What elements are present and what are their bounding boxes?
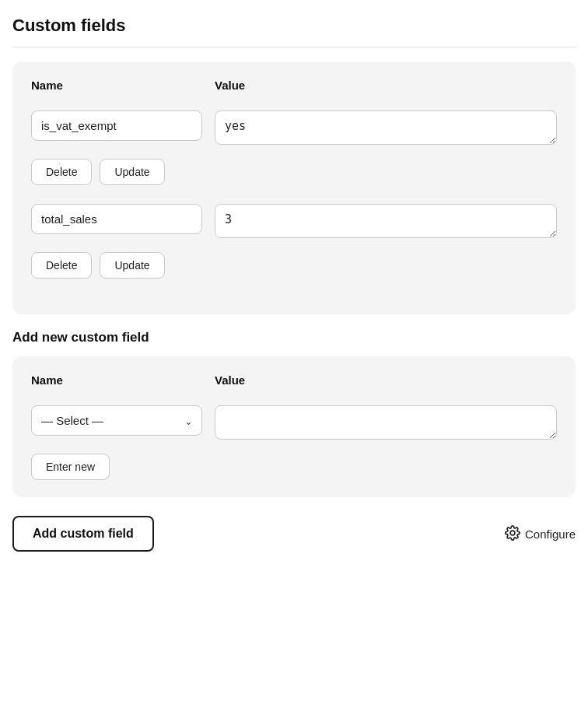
bottom-bar: Add custom field Configure <box>12 513 576 552</box>
field-2-update-button[interactable]: Update <box>100 252 164 279</box>
existing-fields-card: Name Value yes Delete Update 3 Dele <box>12 61 576 314</box>
gear-icon <box>505 525 520 543</box>
add-new-section-title: Add new custom field <box>12 330 576 345</box>
name-header-2: Name <box>31 373 202 387</box>
field-2-value-input[interactable]: 3 <box>215 204 557 238</box>
field-2-name-input[interactable] <box>31 204 202 234</box>
field-2-actions: Delete Update <box>31 252 557 279</box>
field-2-delete-button[interactable]: Delete <box>31 252 92 279</box>
name-select[interactable]: — Select — <box>31 405 202 436</box>
new-field-row: — Select — ⌄ <box>31 405 557 443</box>
name-select-wrapper: — Select — ⌄ <box>31 405 202 436</box>
field-1-update-button[interactable]: Update <box>100 159 164 185</box>
field-row-1: yes <box>31 110 557 148</box>
enter-new-actions: Enter new <box>31 454 557 480</box>
value-header-2: Value <box>215 373 557 387</box>
title-divider <box>12 47 576 47</box>
enter-new-button[interactable]: Enter new <box>31 454 110 480</box>
field-1-delete-button[interactable]: Delete <box>31 159 92 185</box>
field-1-actions: Delete Update <box>31 159 557 185</box>
configure-label: Configure <box>525 527 576 541</box>
field-1-name-input[interactable] <box>31 110 202 141</box>
add-custom-field-button[interactable]: Add custom field <box>12 516 154 552</box>
field-row-2: 3 <box>31 204 557 241</box>
value-header-1: Value <box>215 79 557 92</box>
add-new-card: Name Value — Select — ⌄ Enter new <box>12 356 576 497</box>
page-title: Custom fields <box>12 16 576 36</box>
name-header-1: Name <box>31 79 202 92</box>
field-1-value-input[interactable]: yes <box>215 110 557 145</box>
configure-link[interactable]: Configure <box>505 525 576 543</box>
new-value-input[interactable] <box>215 405 557 440</box>
